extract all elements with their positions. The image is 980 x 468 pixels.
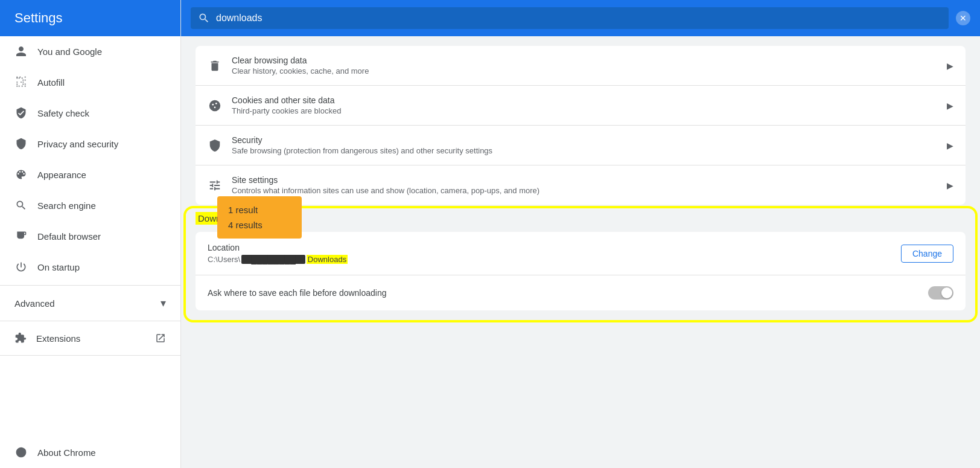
- sidebar-item-extensions[interactable]: Extensions: [0, 324, 180, 353]
- sidebar-item-about-chrome[interactable]: About Chrome: [0, 437, 180, 468]
- tooltip-row-1: 1 result: [228, 202, 291, 217]
- svg-point-2: [212, 103, 214, 105]
- cookie-icon: [208, 98, 222, 113]
- sliders-icon: [208, 178, 222, 193]
- sidebar: Settings You and Google Autofill Safety …: [0, 0, 181, 468]
- downloads-location-row: Location C:\Users\████████Downloads Chan…: [196, 232, 966, 275]
- toggle-knob: [941, 287, 952, 298]
- svg-point-3: [215, 102, 217, 104]
- sidebar-label-default-browser: Default browser: [37, 231, 101, 242]
- search-wrapper: [191, 7, 949, 29]
- sidebar-label-appearance: Appearance: [37, 170, 86, 180]
- sidebar-item-on-startup[interactable]: On startup: [0, 252, 180, 283]
- security-icon: [208, 138, 222, 153]
- sidebar-label-about-chrome: About Chrome: [37, 447, 96, 458]
- sidebar-label-search-engine: Search engine: [37, 200, 96, 211]
- sidebar-divider: [0, 285, 180, 286]
- sidebar-label-privacy-security: Privacy and security: [37, 139, 118, 149]
- sidebar-item-search-engine[interactable]: Search engine: [0, 190, 180, 221]
- location-label: Location: [208, 243, 901, 252]
- external-link-icon: [155, 333, 166, 344]
- sidebar-item-appearance[interactable]: Appearance: [0, 159, 180, 190]
- sidebar-item-default-browser[interactable]: Default browser: [0, 221, 180, 252]
- autofill-icon: [14, 75, 28, 89]
- sidebar-divider-3: [0, 355, 180, 356]
- search-icon: [198, 12, 210, 24]
- path-prefix: C:\Users\: [208, 255, 240, 264]
- location-path: C:\Users\████████Downloads: [208, 255, 901, 264]
- sidebar-label-on-startup: On startup: [37, 262, 80, 272]
- chevron-right-icon-2: ▶: [947, 101, 953, 111]
- result-title-cookies: Cookies and other site data: [232, 95, 937, 105]
- result-title-security: Security: [232, 135, 937, 145]
- shield-check-icon: [14, 106, 28, 120]
- sidebar-item-autofill[interactable]: Autofill: [0, 67, 180, 98]
- palette-icon: [14, 168, 28, 181]
- result-site-settings[interactable]: Site settings Controls what information …: [196, 165, 966, 205]
- results-card-1: Clear browsing data Clear history, cooki…: [196, 46, 966, 205]
- person-icon: [14, 45, 28, 58]
- path-highlight: Downloads: [307, 255, 348, 264]
- sidebar-label-you-and-google: You and Google: [37, 46, 102, 57]
- browser-icon: [14, 229, 28, 243]
- extensions-label: Extensions: [36, 333, 80, 344]
- downloads-card: Location C:\Users\████████Downloads Chan…: [196, 232, 966, 310]
- search-input[interactable]: [216, 13, 941, 24]
- main-content: ✕ Clear browsing data Clear history, coo…: [181, 0, 980, 468]
- extensions-icon: [14, 332, 27, 344]
- downloads-section: Downloads Location C:\Users\████████Down…: [196, 212, 966, 310]
- tooltip-row-2: 4 results: [228, 217, 291, 232]
- result-subtitle-security: Safe browsing (protection from dangerous…: [232, 146, 937, 155]
- sidebar-title: Settings: [0, 0, 180, 36]
- result-security[interactable]: Security Safe browsing (protection from …: [196, 126, 966, 165]
- sidebar-item-safety-check[interactable]: Safety check: [0, 98, 180, 129]
- result-title-clear-browsing: Clear browsing data: [232, 56, 937, 65]
- chrome-icon: [14, 446, 28, 459]
- chevron-right-icon-3: ▶: [947, 141, 953, 150]
- downloads-ask-row: Ask where to save each file before downl…: [196, 275, 966, 310]
- shield-icon: [14, 137, 28, 150]
- sidebar-label-autofill: Autofill: [37, 77, 65, 88]
- sidebar-item-privacy-security[interactable]: Privacy and security: [0, 129, 180, 159]
- result-subtitle-clear-browsing: Clear history, cookies, cache, and more: [232, 66, 937, 75]
- result-subtitle-cookies: Third-party cookies are blocked: [232, 106, 937, 115]
- change-button[interactable]: Change: [901, 245, 953, 263]
- trash-icon: [208, 59, 222, 73]
- power-icon: [14, 260, 28, 274]
- ask-label: Ask where to save each file before downl…: [208, 288, 928, 298]
- search-bar: ✕: [181, 0, 980, 36]
- sidebar-item-you-and-google[interactable]: You and Google: [0, 36, 180, 67]
- result-cookies[interactable]: Cookies and other site data Third-party …: [196, 86, 966, 126]
- settings-title: Settings: [14, 10, 63, 26]
- result-clear-browsing[interactable]: Clear browsing data Clear history, cooki…: [196, 46, 966, 86]
- content-area: Clear browsing data Clear history, cooki…: [181, 36, 980, 468]
- chevron-down-icon: ▾: [161, 297, 166, 310]
- chevron-right-icon: ▶: [947, 61, 953, 71]
- result-subtitle-site-settings: Controls what information sites can use …: [232, 186, 937, 195]
- chevron-right-icon-4: ▶: [947, 181, 953, 190]
- path-redacted: ████████: [241, 255, 305, 264]
- ask-toggle[interactable]: [928, 286, 953, 300]
- svg-point-1: [209, 100, 220, 111]
- sidebar-item-advanced[interactable]: Advanced ▾: [0, 288, 180, 318]
- advanced-label: Advanced: [14, 298, 55, 309]
- tooltip-popup: 1 result 4 results: [217, 196, 302, 239]
- sidebar-label-safety-check: Safety check: [37, 108, 89, 118]
- sidebar-divider-2: [0, 321, 180, 321]
- search-icon: [14, 199, 28, 212]
- svg-point-4: [214, 106, 216, 108]
- result-title-site-settings: Site settings: [232, 175, 937, 185]
- search-clear-button[interactable]: ✕: [956, 11, 970, 25]
